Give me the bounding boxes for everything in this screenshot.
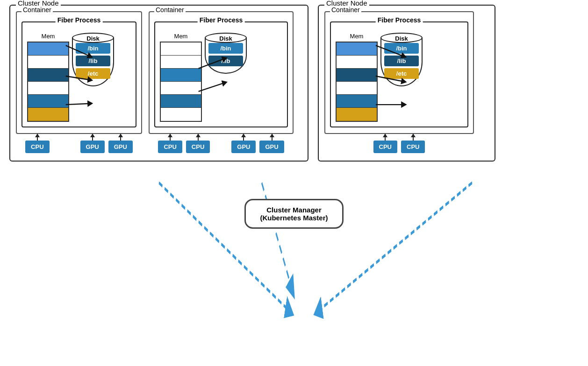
mem2-block6 xyxy=(161,108,201,121)
disk2-bin: /bin xyxy=(208,43,243,54)
mem2-block3 xyxy=(161,69,201,82)
mem3-block1 xyxy=(337,42,377,56)
cpu4-chip-wrapper: CPU xyxy=(186,134,210,153)
container1-wrapper: Container Fiber Process Mem xyxy=(16,11,142,153)
mem2: Mem xyxy=(160,33,202,122)
disk3-etc: /etc xyxy=(384,68,419,79)
fiber2-inner: Mem xyxy=(160,33,247,122)
fiber-process-1: Fiber Process Mem xyxy=(22,21,136,127)
fiber1-inner: Mem xyxy=(27,33,114,122)
mem1-block1 xyxy=(28,42,68,56)
cpu5-chip-wrapper: CPU xyxy=(373,134,397,153)
cpu6-chip: CPU xyxy=(401,141,425,153)
cpu5-arrow xyxy=(385,134,386,141)
gpu4-chip-wrapper: GPU xyxy=(259,134,284,153)
disk2-label: Disk xyxy=(219,35,232,42)
cpu1-chip: CPU xyxy=(25,141,49,153)
mem3-block6 xyxy=(337,108,377,121)
container3-resources: CPU CPU xyxy=(373,134,425,153)
container2-wrapper: Container Fiber Process Mem xyxy=(149,11,294,153)
cpu3-chip-wrapper: CPU xyxy=(158,134,182,153)
cluster-manager-line2: (Kubernetes Master) xyxy=(260,214,328,222)
left-containers-row: Container Fiber Process Mem xyxy=(16,11,302,153)
mem2-stack xyxy=(160,42,202,122)
fiber-process-2-label: Fiber Process xyxy=(198,16,245,24)
bottom-section: Cluster Manager (Kubernetes Master) xyxy=(9,171,579,361)
right-containers-row: Container Fiber Process Mem xyxy=(324,11,489,153)
gpu2-chip: GPU xyxy=(108,141,133,153)
mem2-block2 xyxy=(161,56,201,69)
mem3-block3 xyxy=(337,69,377,82)
cpu6-arrow xyxy=(413,134,414,141)
main-container: Cluster Node Container Fiber Process Mem xyxy=(0,0,588,366)
container1-label: Container xyxy=(22,6,53,14)
disk3-top: Disk xyxy=(380,33,423,43)
disk3-bin: /bin xyxy=(384,43,419,54)
gpu1-chip: GPU xyxy=(80,141,105,153)
gpu4-chip: GPU xyxy=(259,141,284,153)
container2-label: Container xyxy=(154,6,186,14)
disk2-top: Disk xyxy=(205,33,247,43)
mem1-block4 xyxy=(28,82,68,95)
mem1-block6 xyxy=(28,108,68,121)
disk1-lib: /lib xyxy=(76,56,110,66)
mem1-stack xyxy=(27,42,69,122)
container1: Container Fiber Process Mem xyxy=(16,11,142,134)
fiber-process-2: Fiber Process Mem xyxy=(154,21,288,127)
cluster-manager-box: Cluster Manager (Kubernetes Master) xyxy=(244,199,343,229)
disk1-top: Disk xyxy=(72,33,114,43)
disk2-lib: /lib xyxy=(208,56,243,66)
gpu4-arrow xyxy=(272,134,272,141)
disk3-lib: /lib xyxy=(384,56,419,66)
mem2-block5 xyxy=(161,95,201,108)
fiber-process-3-label: Fiber Process xyxy=(376,16,423,24)
disk1-label: Disk xyxy=(86,35,99,42)
mem2-label: Mem xyxy=(174,33,188,40)
cluster-node-right: Cluster Node Container Fiber Process Mem xyxy=(318,5,495,162)
cpu4-chip: CPU xyxy=(186,141,210,153)
cpu3-chip: CPU xyxy=(158,141,182,153)
disk2-cylinder: Disk /bin /lib xyxy=(205,33,247,74)
fiber3-inner: Mem xyxy=(336,33,423,122)
mem1: Mem xyxy=(27,33,69,122)
gpu1-arrow xyxy=(92,134,93,141)
mem1-label: Mem xyxy=(42,33,55,40)
cpu1-chip-wrapper: CPU xyxy=(25,134,49,153)
disk1-bin: /bin xyxy=(76,43,110,54)
container3-wrapper: Container Fiber Process Mem xyxy=(324,11,474,153)
cpu6-chip-wrapper: CPU xyxy=(401,134,425,153)
gpu2-arrow xyxy=(120,134,121,141)
disk3-cylinder: Disk /bin /lib /etc xyxy=(380,33,423,86)
mem3-stack xyxy=(336,42,378,122)
container1-resources: CPU GPU GPU xyxy=(25,134,133,153)
disk3-label: Disk xyxy=(395,35,408,42)
container3-label: Container xyxy=(330,6,361,14)
cpu5-chip: CPU xyxy=(373,141,397,153)
container3: Container Fiber Process Mem xyxy=(324,11,474,134)
gpu3-chip: GPU xyxy=(231,141,256,153)
cluster-manager-line1: Cluster Manager xyxy=(260,206,328,214)
mem2-block4 xyxy=(161,82,201,95)
cpu4-arrow xyxy=(198,134,199,141)
disk1-cylinder: Disk /bin /lib /etc xyxy=(72,33,114,86)
cpu3-arrow xyxy=(170,134,171,141)
gpu1-chip-wrapper: GPU xyxy=(80,134,105,153)
disk3-body: /bin /lib /etc xyxy=(380,38,423,86)
mem3: Mem xyxy=(336,33,378,122)
mem3-block5 xyxy=(337,95,377,108)
cluster-node-left: Cluster Node Container Fiber Process Mem xyxy=(9,5,308,162)
gpu3-chip-wrapper: GPU xyxy=(231,134,256,153)
cpu1-arrow xyxy=(37,134,38,141)
mem1-block2 xyxy=(28,56,68,69)
gpu2-chip-wrapper: GPU xyxy=(108,134,133,153)
disk2: Disk /bin /lib xyxy=(205,33,247,74)
top-row: Cluster Node Container Fiber Process Mem xyxy=(9,5,579,162)
mem1-block5 xyxy=(28,95,68,108)
disk1: Disk /bin /lib /etc xyxy=(72,33,114,86)
mem3-label: Mem xyxy=(350,33,364,40)
fiber-process-1-label: Fiber Process xyxy=(56,16,103,24)
mem1-block3 xyxy=(28,69,68,82)
mem2-block1 xyxy=(161,42,201,56)
disk1-body: /bin /lib /etc xyxy=(72,38,114,86)
container2-resources: CPU CPU GPU GPU xyxy=(158,134,284,153)
